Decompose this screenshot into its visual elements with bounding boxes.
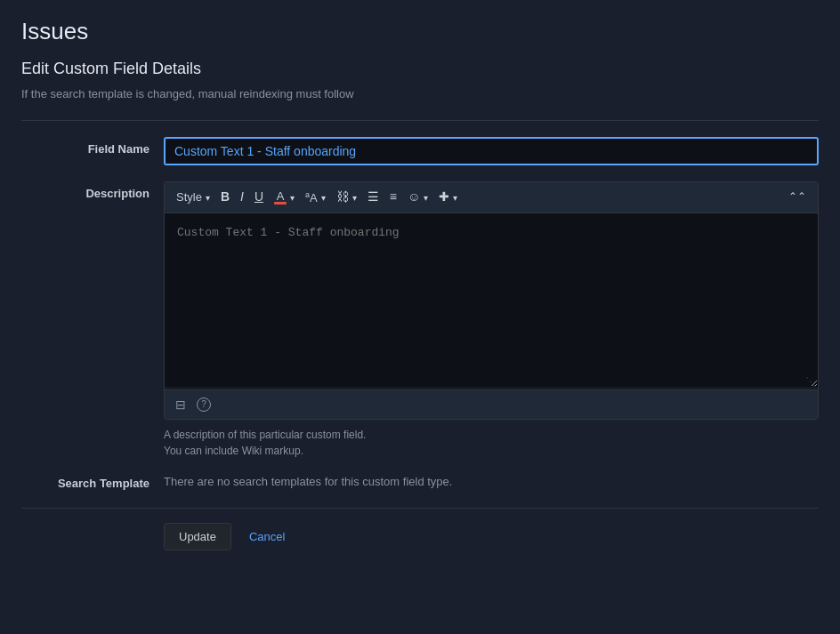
textarea-wrapper: ⋱: [165, 213, 818, 389]
style-dropdown-btn[interactable]: Style: [172, 187, 214, 208]
help-icon[interactable]: ?: [197, 397, 211, 412]
field-name-label: Field Name: [21, 137, 164, 156]
link-btn[interactable]: ⛓: [332, 186, 361, 209]
more-btn[interactable]: ✚: [434, 186, 462, 209]
bold-btn[interactable]: B: [216, 186, 234, 209]
section-title: Edit Custom Field Details: [21, 60, 819, 78]
field-name-row: Field Name: [21, 137, 819, 165]
resize-handle: ⋱: [805, 375, 816, 388]
emoji-btn[interactable]: ☺: [403, 186, 432, 209]
bottom-divider: [21, 508, 819, 509]
description-content: Style B I U: [164, 181, 819, 459]
font-color-icon: A: [274, 190, 287, 205]
action-row: Update Cancel: [164, 523, 819, 550]
search-template-value: There are no search templates for this c…: [164, 475, 819, 488]
search-template-row: Search Template There are no search temp…: [21, 475, 819, 490]
description-textarea[interactable]: [165, 213, 818, 387]
cancel-button[interactable]: Cancel: [242, 524, 292, 550]
ordered-list-icon: ≡: [390, 189, 397, 206]
style-chevron-icon: [204, 189, 210, 205]
ordered-list-btn[interactable]: ≡: [385, 186, 401, 209]
update-button[interactable]: Update: [164, 523, 231, 550]
description-help-line2: You can include Wiki markup.: [164, 443, 819, 459]
unordered-list-btn[interactable]: ☰: [363, 186, 384, 209]
color-bar: [274, 202, 287, 205]
emoji-icon: ☺: [408, 189, 420, 206]
unordered-list-icon: ☰: [368, 189, 379, 206]
form-area: Field Name Description Style B: [21, 137, 819, 550]
font-color-btn[interactable]: A: [270, 187, 299, 208]
font-size-icon: aA: [305, 191, 318, 204]
page-title: Issues: [21, 18, 819, 45]
more-icon: ✚: [439, 189, 449, 206]
description-help: A description of this particular custom …: [164, 427, 819, 459]
font-size-btn[interactable]: aA: [301, 187, 330, 208]
description-label: Description: [21, 181, 164, 200]
warning-text: If the search template is changed, manua…: [21, 87, 819, 100]
collapse-toolbar-btn[interactable]: ⌃⌃: [784, 187, 811, 207]
font-size-chevron-icon: [319, 189, 326, 205]
top-divider: [21, 120, 819, 121]
emoji-chevron-icon: [422, 189, 428, 205]
page-container: Issues Edit Custom Field Details If the …: [0, 0, 840, 568]
collapse-icon: ⌃⌃: [788, 189, 806, 205]
editor-toolbar: Style B I U: [165, 182, 818, 213]
link-chevron-icon: [351, 189, 357, 205]
font-color-chevron-icon: [288, 189, 295, 205]
underline-btn[interactable]: U: [250, 186, 268, 209]
field-name-input[interactable]: [164, 137, 819, 165]
search-template-label: Search Template: [21, 475, 164, 490]
italic-btn[interactable]: I: [236, 186, 248, 209]
description-help-line1: A description of this particular custom …: [164, 427, 819, 443]
description-row: Description Style B I: [21, 181, 819, 459]
field-name-content: [164, 137, 819, 165]
more-chevron-icon: [451, 189, 457, 205]
attach-btn[interactable]: ⊟: [172, 396, 190, 413]
link-icon: ⛓: [336, 189, 349, 206]
description-editor: Style B I U: [164, 181, 819, 420]
attach-icon: ⊟: [175, 397, 186, 412]
editor-bottom-bar: ⊟ ?: [165, 389, 818, 419]
